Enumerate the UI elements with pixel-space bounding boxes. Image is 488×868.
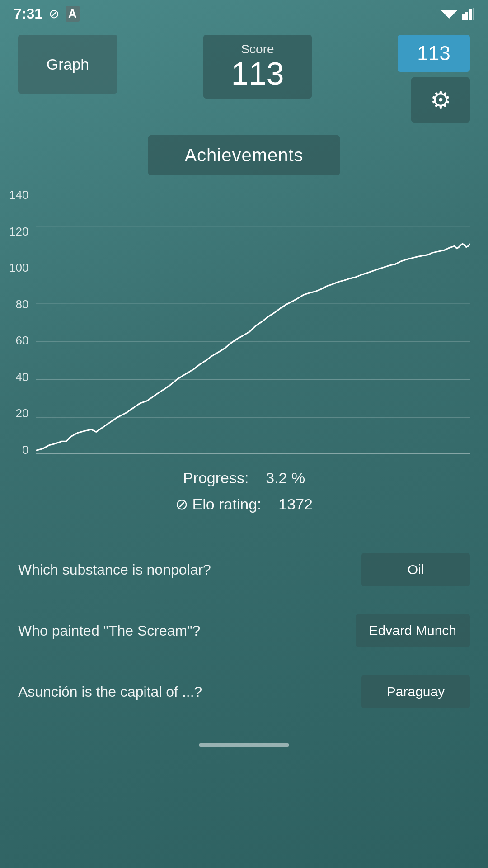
chart-container: 140 120 100 80 60 40 20 0 xyxy=(0,180,488,460)
qa-list: Which substance is nonpolar? Oil Who pai… xyxy=(0,530,488,731)
signal-icon xyxy=(462,8,474,20)
svg-marker-0 xyxy=(441,10,457,19)
y-label-40: 40 xyxy=(15,371,28,383)
qa-item-2: Asunción is the capital of ...? Paraguay xyxy=(18,661,470,722)
svg-rect-1 xyxy=(462,14,465,20)
score-badge[interactable]: 113 xyxy=(398,35,470,72)
score-value: 113 xyxy=(226,57,289,91)
score-label: Score xyxy=(226,42,289,57)
qa-question-2: Asunción is the capital of ...? xyxy=(18,684,361,700)
y-label-60: 60 xyxy=(15,335,28,346)
y-axis: 140 120 100 80 60 40 20 0 xyxy=(9,189,28,456)
qa-item-1: Who painted "The Scream"? Edvard Munch xyxy=(18,600,470,661)
svg-rect-2 xyxy=(465,12,468,20)
wifi-icon xyxy=(441,8,457,20)
gear-icon: ⚙ xyxy=(430,86,451,113)
y-label-120: 120 xyxy=(9,226,28,237)
y-label-80: 80 xyxy=(15,298,28,310)
qa-answer-0[interactable]: Oil xyxy=(361,553,470,586)
qa-answer-2[interactable]: Paraguay xyxy=(361,675,470,708)
shield-icon: ⊘ xyxy=(49,6,59,21)
bottom-bar-indicator xyxy=(199,743,289,747)
graph-button[interactable]: Graph xyxy=(18,35,117,94)
y-label-20: 20 xyxy=(15,407,28,419)
elo-value: 1372 xyxy=(278,495,313,513)
bottom-bar-area xyxy=(0,731,488,759)
qa-question-0: Which substance is nonpolar? xyxy=(18,561,361,578)
elo-line: ⊘ Elo rating: 1372 xyxy=(18,495,470,513)
header-area: Graph Score 113 113 ⚙ xyxy=(0,26,488,127)
elo-label: ⊘ Elo rating: xyxy=(175,495,262,513)
font-icon: A xyxy=(66,6,80,22)
right-controls: 113 ⚙ xyxy=(398,35,470,123)
status-right xyxy=(441,8,474,20)
status-time: 7:31 xyxy=(14,5,42,22)
chart-svg xyxy=(36,189,470,456)
status-left: 7:31 ⊘ A xyxy=(14,5,80,22)
achievements-area: Achievements xyxy=(0,127,488,180)
y-label-140: 140 xyxy=(9,189,28,201)
achievements-button[interactable]: Achievements xyxy=(148,135,339,175)
qa-answer-1[interactable]: Edvard Munch xyxy=(356,614,470,647)
qa-question-1: Who painted "The Scream"? xyxy=(18,623,356,639)
progress-line: Progress: 3.2 % xyxy=(18,469,470,487)
qa-item-0: Which substance is nonpolar? Oil xyxy=(18,539,470,600)
score-box: Score 113 xyxy=(203,35,312,99)
progress-value: 3.2 % xyxy=(266,469,305,486)
y-label-100: 100 xyxy=(9,262,28,274)
svg-rect-3 xyxy=(469,9,472,20)
y-label-0: 0 xyxy=(22,444,28,456)
settings-button[interactable]: ⚙ xyxy=(411,77,470,123)
score-line xyxy=(36,244,470,450)
chart-inner: 140 120 100 80 60 40 20 0 xyxy=(36,189,470,456)
status-bar: 7:31 ⊘ A xyxy=(0,0,488,26)
svg-rect-4 xyxy=(473,8,474,20)
stats-area: Progress: 3.2 % ⊘ Elo rating: 1372 xyxy=(0,460,488,530)
progress-label: Progress: xyxy=(183,469,249,486)
